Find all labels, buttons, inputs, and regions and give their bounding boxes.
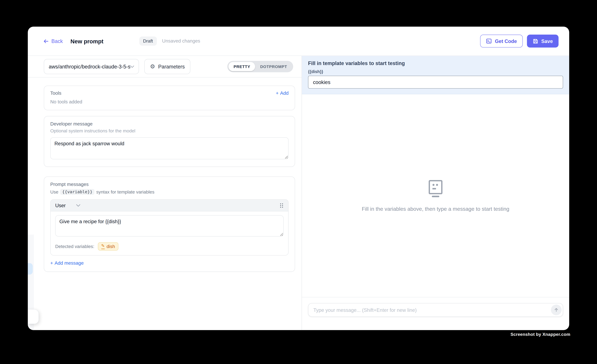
gear-icon: ⚙ [150, 64, 155, 69]
screenshot-stage: Back New prompt Draft Unsaved changes Ge… [0, 0, 597, 364]
pencil-icon: ✎ [101, 244, 105, 249]
developer-message-subtitle: Optional system instructions for the mod… [50, 128, 289, 134]
view-mode-toggle: PRETTY DOTPROMPT [228, 61, 293, 72]
save-icon [533, 38, 538, 44]
message-input[interactable]: Give me a recipe for {{dish}} [55, 215, 284, 236]
plus-icon: + [50, 260, 53, 266]
get-code-button[interactable]: Get Code [480, 35, 523, 47]
sidebar-peek-active-item[interactable] [28, 263, 33, 274]
message-body: Give me a recipe for {{dish}} Detected v… [51, 212, 288, 255]
send-message-button[interactable] [551, 305, 562, 315]
sidebar-peek-popover [28, 309, 39, 324]
tools-card: Tools + Add No tools added [44, 85, 295, 110]
variable-chip-dish[interactable]: ✎ dish [98, 242, 118, 250]
parameters-label: Parameters [158, 64, 185, 69]
hint-prefix: Use [50, 189, 58, 195]
plus-icon: + [276, 91, 279, 96]
chat-empty-area: Fill in the variables above, then type a… [302, 94, 569, 297]
back-button[interactable]: Back [43, 38, 63, 44]
add-tool-label: Add [280, 91, 289, 96]
variable-code-chip: {{variable}} [60, 189, 94, 195]
drag-handle[interactable] [280, 203, 284, 208]
parameters-button[interactable]: ⚙ Parameters [144, 59, 190, 74]
detected-variables-label: Detected variables: [55, 244, 94, 249]
tab-pretty[interactable]: PRETTY [229, 62, 255, 71]
page-title: New prompt [71, 38, 103, 44]
xnapper-watermark: Screenshot by Xnapper.com [511, 332, 570, 337]
test-panel: Fill in template variables to start test… [301, 56, 569, 330]
empty-state-text: Fill in the variables above, then type a… [362, 205, 509, 212]
tab-dotprompt[interactable]: DOTPROMPT [255, 62, 292, 71]
tools-empty-text: No tools added [50, 99, 289, 105]
variables-banner-title: Fill in template variables to start test… [308, 61, 563, 66]
role-select[interactable]: User [55, 203, 66, 208]
variables-banner: Fill in template variables to start test… [302, 56, 569, 94]
chat-composer [302, 297, 569, 330]
editor-toolbar: aws/anthropic/bedrock-claude-3-5-s... ⚙ … [28, 56, 302, 77]
arrow-up-icon [554, 307, 559, 312]
editor-content: Tools + Add No tools added Developer mes… [28, 77, 302, 272]
grip-dots-icon [280, 203, 284, 208]
get-code-label: Get Code [495, 38, 517, 44]
variable-dish-input[interactable] [308, 76, 563, 89]
prompt-messages-card: Prompt messages Use {{variable}} syntax … [44, 176, 295, 272]
developer-message-card: Developer message Optional system instru… [44, 116, 295, 167]
chevron-down-icon [76, 204, 80, 207]
prompt-editor-window: Back New prompt Draft Unsaved changes Ge… [28, 27, 569, 330]
bot-face-icon [428, 180, 443, 197]
variable-dish-label: {{dish}} [308, 69, 563, 74]
prompt-messages-title: Prompt messages [50, 182, 289, 187]
hint-suffix: syntax for template variables [96, 189, 154, 195]
model-selector[interactable]: aws/anthropic/bedrock-claude-3-5-s... [44, 59, 139, 74]
developer-message-title: Developer message [50, 121, 289, 127]
status-badge: Draft [139, 37, 157, 46]
add-message-label: Add message [55, 260, 84, 266]
window-header: Back New prompt Draft Unsaved changes Ge… [28, 27, 569, 56]
message-block: User [50, 199, 289, 255]
chevron-down-icon [130, 65, 134, 68]
save-label: Save [541, 38, 553, 44]
message-role-row: User [51, 200, 288, 212]
terminal-icon [486, 38, 492, 44]
tools-title: Tools [50, 91, 61, 96]
add-message-button[interactable]: + Add message [50, 260, 84, 266]
window-body: aws/anthropic/bedrock-claude-3-5-s... ⚙ … [28, 56, 569, 330]
variable-chip-label: dish [107, 244, 115, 249]
detected-variables-row: Detected variables: ✎ dish [55, 242, 284, 250]
add-tool-button[interactable]: + Add [276, 91, 289, 96]
role-chevron[interactable] [76, 204, 80, 207]
chat-message-input[interactable] [308, 303, 563, 317]
variable-syntax-hint: Use {{variable}} syntax for template var… [50, 189, 289, 195]
save-button[interactable]: Save [527, 35, 559, 47]
arrow-left-icon [43, 38, 49, 44]
unsaved-changes-label: Unsaved changes [162, 38, 200, 44]
developer-message-input[interactable]: Respond as jack sparrow would [50, 137, 289, 159]
model-selector-value: aws/anthropic/bedrock-claude-3-5-s... [49, 64, 130, 69]
editor-panel: aws/anthropic/bedrock-claude-3-5-s... ⚙ … [28, 56, 302, 330]
back-label: Back [51, 38, 63, 44]
